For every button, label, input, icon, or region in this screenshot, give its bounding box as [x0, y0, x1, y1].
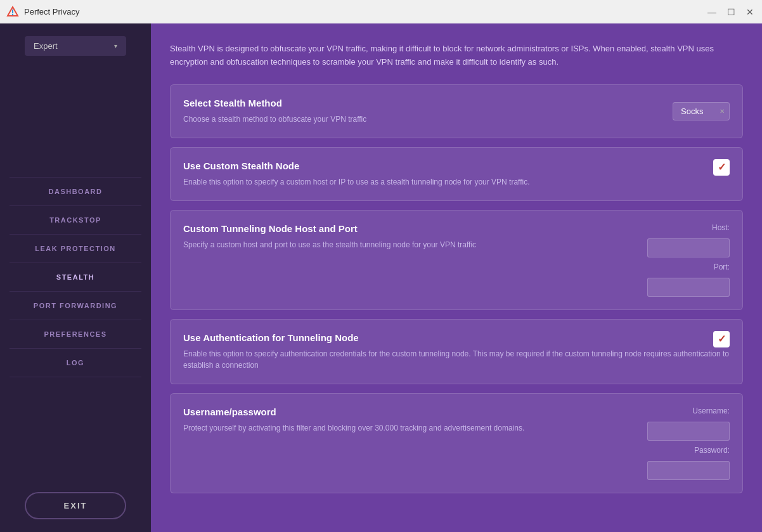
credentials-inputs-right: Username: Password:	[641, 406, 730, 480]
chevron-down-icon: ▾	[114, 42, 117, 49]
window-controls: — ☐ ✕	[706, 6, 756, 18]
custom-tunneling-desc: Specify a custom host and port to use as…	[183, 239, 641, 250]
username-label: Username:	[692, 406, 730, 415]
select-stealth-desc: Choose a stealth method to obfuscate you…	[183, 114, 366, 125]
stealth-method-select[interactable]: Socks SSH SSL HTTP	[673, 102, 730, 120]
stealth-method-select-wrapper: Socks SSH SSL HTTP	[673, 102, 730, 120]
title-bar: Perfect Privacy — ☐ ✕	[0, 0, 762, 23]
credentials-title: Username/password	[183, 406, 641, 417]
use-authentication-card: Use Authentication for Tunneling Node En…	[170, 319, 743, 384]
use-authentication-title: Use Authentication for Tunneling Node	[183, 332, 730, 343]
sidebar-item-leak-protection[interactable]: LEAK PROTECTION	[10, 235, 141, 263]
close-button[interactable]: ✕	[744, 6, 756, 18]
app-logo	[6, 6, 19, 18]
select-stealth-card: Select Stealth Method Choose a stealth m…	[170, 84, 743, 138]
custom-tunneling-left: Custom Tunneling Node Host and Port Spec…	[183, 223, 641, 250]
app-title: Perfect Privacy	[24, 7, 706, 16]
custom-tunneling-node-card: Custom Tunneling Node Host and Port Spec…	[170, 210, 743, 310]
host-label: Host:	[712, 223, 730, 232]
custom-stealth-node-checkbox[interactable]: ✓	[713, 159, 730, 176]
custom-tunneling-inputs-row: Custom Tunneling Node Host and Port Spec…	[183, 223, 730, 297]
host-input[interactable]	[647, 238, 730, 257]
credentials-left: Username/password Protect yourself by ac…	[183, 406, 641, 434]
intro-text: Stealth VPN is designed to obfuscate you…	[170, 42, 743, 69]
main-content: Stealth VPN is designed to obfuscate you…	[151, 23, 762, 532]
sidebar-item-dashboard[interactable]: DASHBOARD	[10, 177, 141, 206]
password-label: Password:	[694, 446, 730, 455]
mode-dropdown[interactable]: Expert ▾	[25, 36, 126, 56]
custom-stealth-node-desc: Enable this option to specify a custom h…	[183, 176, 730, 188]
mode-dropdown-label: Expert	[34, 41, 58, 51]
select-stealth-title: Select Stealth Method	[183, 98, 366, 108]
password-input[interactable]	[647, 461, 730, 480]
credentials-row: Username/password Protect yourself by ac…	[183, 406, 730, 480]
select-stealth-left: Select Stealth Method Choose a stealth m…	[183, 98, 366, 125]
sidebar-item-trackstop[interactable]: TRACKSTOP	[10, 206, 141, 235]
sidebar-item-preferences[interactable]: PREFERENCES	[10, 320, 141, 349]
exit-button[interactable]: EXIT	[25, 492, 126, 519]
sidebar-item-port-forwarding[interactable]: PORT FORWARDING	[10, 292, 141, 320]
sidebar-item-stealth[interactable]: STEALTH	[10, 263, 141, 292]
maximize-button[interactable]: ☐	[725, 6, 737, 18]
custom-stealth-node-title: Use Custom Stealth Node	[183, 160, 730, 171]
username-input[interactable]	[647, 422, 730, 441]
app-body: Expert ▾ DASHBOARD TRACKSTOP LEAK PROTEC…	[0, 23, 762, 532]
custom-tunneling-inputs-right: Host: Port:	[641, 223, 730, 297]
svg-point-2	[12, 13, 13, 15]
use-authentication-checkbox[interactable]: ✓	[713, 331, 730, 347]
select-stealth-row: Select Stealth Method Choose a stealth m…	[183, 98, 730, 125]
use-authentication-desc: Enable this option to specify authentica…	[183, 348, 730, 371]
credentials-card: Username/password Protect yourself by ac…	[170, 393, 743, 493]
port-label: Port:	[714, 263, 730, 271]
custom-stealth-node-card: Use Custom Stealth Node Enable this opti…	[170, 147, 743, 201]
custom-tunneling-title: Custom Tunneling Node Host and Port	[183, 223, 641, 234]
minimize-button[interactable]: —	[706, 6, 718, 18]
sidebar-nav: DASHBOARD TRACKSTOP LEAK PROTECTION STEA…	[10, 75, 141, 479]
check-icon: ✓	[718, 333, 726, 345]
sidebar: Expert ▾ DASHBOARD TRACKSTOP LEAK PROTEC…	[0, 23, 151, 532]
sidebar-item-log[interactable]: LOG	[10, 349, 141, 377]
port-input[interactable]	[647, 278, 730, 297]
credentials-desc: Protect yourself by activating this filt…	[183, 422, 641, 434]
check-icon: ✓	[718, 161, 726, 173]
